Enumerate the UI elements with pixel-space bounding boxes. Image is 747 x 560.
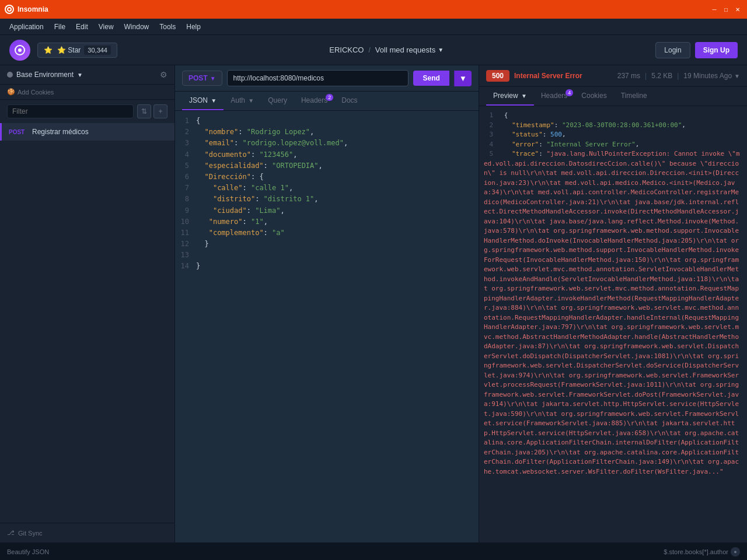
menu-application[interactable]: Application [5, 20, 48, 33]
app-title: Insomnia [18, 5, 48, 13]
sidebar-filter: ⇅ + [0, 100, 174, 123]
request-bar: POST ▼ Send ▼ [175, 65, 479, 92]
jsonpath-display: $.store.books[*].author [664, 548, 728, 555]
code-line: 12 } [180, 239, 474, 250]
signup-button[interactable]: Sign Up [695, 42, 738, 58]
method-badge: POST [9, 129, 27, 135]
env-dot [7, 72, 13, 78]
collection-name: Voll med requests [375, 46, 435, 54]
workspace-name: ERICKCO [329, 46, 364, 54]
app-logo [9, 40, 30, 61]
send-dropdown-button[interactable]: ▼ [454, 71, 472, 86]
resp-tab-preview[interactable]: Preview ▼ [486, 87, 534, 106]
resp-line: 1 { [484, 111, 742, 121]
method-selector[interactable]: POST ▼ [182, 71, 222, 86]
tab-json[interactable]: JSON ▼ [182, 92, 224, 110]
code-line: 9 "ciudad": "Lima", [180, 205, 474, 216]
resp-line: 2 "timestamp": "2023-08-30T00:28:00.361+… [484, 121, 742, 131]
code-line: 11 "complemento": "a" [180, 228, 474, 239]
request-tabs: JSON ▼ Auth ▼ Query Headers 2 Docs [175, 92, 479, 111]
window-controls: ─ □ ✕ [710, 5, 742, 14]
tab-docs[interactable]: Docs [334, 92, 364, 110]
environment-selector[interactable]: Base Environment ▼ [7, 71, 83, 79]
resp-tab-headers[interactable]: Headers 4 [534, 87, 574, 106]
menu-edit[interactable]: Edit [71, 20, 93, 33]
top-bar-actions: Login Sign Up [655, 42, 738, 58]
code-line: 2 "nombre": "Rodrigo Lopez", [180, 127, 474, 138]
tab-headers[interactable]: Headers 2 [294, 92, 334, 110]
svg-point-1 [8, 8, 11, 10]
cookies-label: Add Cookies [18, 89, 54, 96]
sidebar-item-registrar-medicos[interactable]: POST Registrar médicos [0, 123, 174, 141]
filter-input[interactable] [7, 104, 134, 118]
tab-auth[interactable]: Auth ▼ [224, 92, 261, 110]
chevron-down-icon: ▼ [77, 72, 83, 78]
login-button[interactable]: Login [655, 42, 690, 58]
resp-line: 3 "status": 500, [484, 130, 742, 140]
jsonpath-button[interactable]: ● [731, 547, 740, 556]
git-sync-section: ⎇ Git Sync [0, 523, 174, 542]
menu-window[interactable]: Window [120, 20, 154, 33]
menu-view[interactable]: View [94, 20, 118, 33]
code-line: 14} [180, 261, 474, 272]
bottom-bar: Beautify JSON $.store.books[*].author ● [0, 542, 747, 560]
response-time: 237 ms [617, 72, 640, 80]
star-count: 30,344 [84, 46, 111, 55]
code-line: 10 "numero": "1", [180, 216, 474, 228]
code-line: 4 "documento": "123456", [180, 149, 474, 160]
code-line: 8 "distrito": "distrito 1", [180, 194, 474, 205]
star-icon: ⭐ [44, 46, 53, 54]
add-cookies-link[interactable]: 🍪 Add Cookies [7, 88, 167, 96]
code-line: 5 "especialidad": "ORTOPEDIA", [180, 160, 474, 172]
star-button[interactable]: ⭐ ⭐ Star 30,344 [37, 43, 117, 58]
chevron-down-icon: ▼ [734, 73, 740, 79]
resp-tab-timeline[interactable]: Timeline [614, 87, 654, 106]
resp-line: 5 "trace": "java.lang.NullPointerExcepti… [484, 149, 742, 477]
git-sync-button[interactable]: ⎇ Git Sync [7, 529, 167, 537]
sidebar-top: Base Environment ▼ ⚙ [0, 65, 174, 85]
response-status-bar: 500 Internal Server Error 237 ms | 5.2 K… [479, 65, 747, 87]
response-time-ago: 19 Minutes Ago ▼ [683, 72, 740, 80]
code-line: 1{ [180, 116, 474, 127]
headers-badge: 2 [326, 94, 333, 101]
request-panel: POST ▼ Send ▼ JSON ▼ Auth ▼ Query Header… [175, 65, 479, 542]
maximize-button[interactable]: □ [721, 5, 731, 14]
title-bar: Insomnia ─ □ ✕ [0, 0, 747, 19]
resp-line: 4 "error": "Internal Server Error", [484, 140, 742, 150]
status-badge: 500 [486, 70, 509, 82]
chevron-down-icon: ▼ [211, 97, 217, 104]
gear-icon[interactable]: ⚙ [160, 70, 167, 79]
close-button[interactable]: ✕ [733, 5, 742, 14]
sort-button[interactable]: ⇅ [137, 104, 151, 118]
resp-tab-cookies[interactable]: Cookies [574, 87, 613, 106]
request-body: 1{ 2 "nombre": "Rodrigo Lopez", 3 "email… [175, 111, 479, 542]
response-panel: 500 Internal Server Error 237 ms | 5.2 K… [479, 65, 747, 542]
chevron-down-icon: ▼ [521, 93, 527, 99]
workspace-separator: / [368, 46, 370, 54]
url-input[interactable] [227, 70, 409, 86]
chevron-down-icon: ▼ [210, 75, 216, 82]
menu-help[interactable]: Help [181, 20, 205, 33]
code-line: 7 "calle": "calle 1", [180, 183, 474, 194]
response-body: 1 { 2 "timestamp": "2023-08-30T00:28:00.… [479, 106, 747, 542]
tab-query[interactable]: Query [261, 92, 294, 110]
title-bar-left: Insomnia [5, 5, 48, 14]
chevron-down-icon: ▼ [248, 97, 254, 104]
chevron-down-icon: ▼ [438, 47, 444, 53]
minimize-button[interactable]: ─ [710, 5, 719, 14]
sidebar: Base Environment ▼ ⚙ 🍪 Add Cookies ⇅ + P… [0, 65, 175, 542]
workspace-collection[interactable]: Voll med requests ▼ [375, 46, 444, 54]
beautify-json-button[interactable]: Beautify JSON [7, 548, 49, 555]
menu-file[interactable]: File [50, 20, 70, 33]
sidebar-items: POST Registrar médicos [0, 123, 174, 523]
add-request-button[interactable]: + [153, 104, 167, 118]
send-button[interactable]: Send [413, 71, 449, 86]
git-icon: ⎇ [7, 529, 15, 537]
star-label: ⭐ Star [57, 46, 81, 54]
code-line: 6 "Dirección": { [180, 172, 474, 183]
status-text: Internal Server Error [514, 72, 582, 80]
bottom-right: $.store.books[*].author ● [664, 547, 740, 556]
menu-bar: Application File Edit View Window Tools … [0, 19, 747, 35]
menu-tools[interactable]: Tools [155, 20, 180, 33]
main-layout: Base Environment ▼ ⚙ 🍪 Add Cookies ⇅ + P… [0, 65, 747, 542]
